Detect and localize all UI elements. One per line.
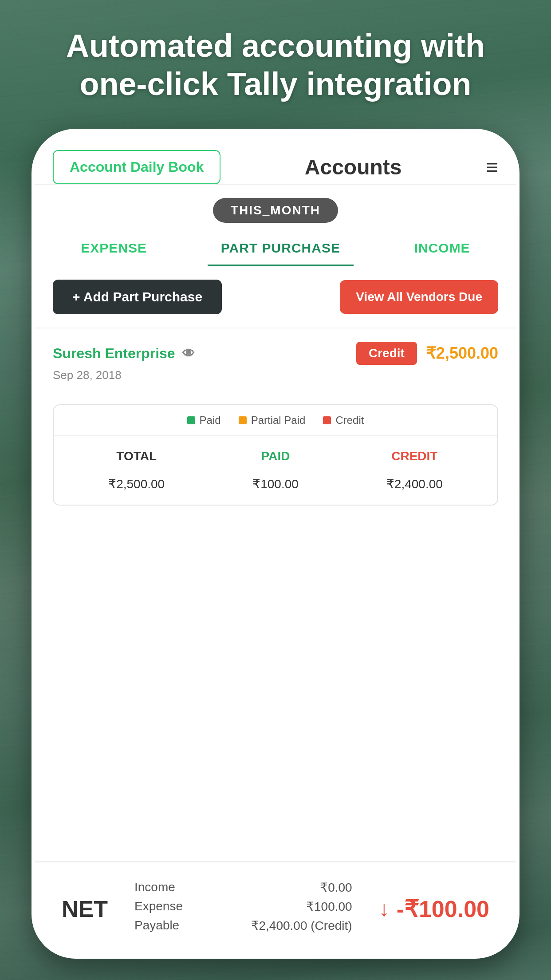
- val-col-credit: ₹2,400.00: [345, 477, 484, 491]
- app-content: Account Daily Book Accounts ≡ THIS_MONTH…: [35, 132, 516, 955]
- tab-income[interactable]: INCOME: [401, 232, 484, 266]
- total-value: ₹2,500.00: [108, 477, 165, 491]
- summary-headers: TOTAL PAID CREDIT: [54, 436, 497, 472]
- transaction-amount: ₹2,500.00: [426, 344, 498, 363]
- payable-val: ₹2,400.00 (Credit): [251, 918, 352, 933]
- credit-dot: [323, 416, 331, 424]
- transaction-date: Sep 28, 2018: [53, 368, 498, 382]
- down-arrow-icon: ↓: [379, 897, 390, 921]
- paid-dot: [187, 416, 195, 424]
- col-paid: PAID: [206, 449, 345, 463]
- payable-key: Payable: [134, 918, 179, 933]
- legend-partial: Partial Paid: [239, 414, 306, 427]
- val-col-paid: ₹100.00: [206, 477, 345, 491]
- transaction-right: Credit ₹2,500.00: [356, 342, 498, 365]
- partial-dot: [239, 416, 247, 424]
- tab-part-purchase[interactable]: PART PURCHASE: [208, 232, 354, 266]
- net-section: NET Income ₹0.00 Expense ₹100.00 Payable…: [35, 861, 516, 955]
- legend-paid-label: Paid: [200, 414, 221, 427]
- col-total: TOTAL: [67, 449, 206, 463]
- credit-badge[interactable]: Credit: [356, 342, 417, 365]
- expense-key: Expense: [134, 899, 183, 914]
- transaction-header: Suresh Enterprise 👁 Credit ₹2,500.00: [53, 342, 498, 365]
- total-header: TOTAL: [116, 449, 157, 463]
- tab-expense[interactable]: EXPENSE: [67, 232, 160, 266]
- tabs-bar: EXPENSE PART PURCHASE INCOME: [35, 223, 516, 266]
- month-section: THIS_MONTH: [35, 185, 516, 223]
- val-col-total: ₹2,500.00: [67, 477, 206, 491]
- paid-header: PAID: [261, 449, 290, 463]
- add-part-purchase-button[interactable]: + Add Part Purchase: [53, 280, 222, 314]
- app-header: Account Daily Book Accounts ≡: [35, 132, 516, 185]
- income-val: ₹0.00: [320, 880, 352, 895]
- hero-header: Automated accounting with one-click Tall…: [0, 27, 551, 103]
- vendor-name: Suresh Enterprise 👁: [53, 345, 195, 362]
- net-amount-display: ↓ -₹100.00: [379, 896, 489, 922]
- expense-val: ₹100.00: [306, 899, 352, 914]
- transaction-item: Suresh Enterprise 👁 Credit ₹2,500.00 Sep…: [35, 328, 516, 395]
- col-credit: CREDIT: [345, 449, 484, 463]
- hero-tagline: Automated accounting with one-click Tall…: [0, 27, 551, 103]
- net-row-payable: Payable ₹2,400.00 (Credit): [134, 918, 352, 933]
- paid-value: ₹100.00: [252, 477, 299, 491]
- summary-values: ₹2,500.00 ₹100.00 ₹2,400.00: [54, 472, 497, 505]
- page-title: Accounts: [305, 155, 402, 179]
- credit-value: ₹2,400.00: [386, 477, 443, 491]
- net-details: Income ₹0.00 Expense ₹100.00 Payable ₹2,…: [134, 880, 352, 937]
- net-row-income: Income ₹0.00: [134, 880, 352, 895]
- filter-icon[interactable]: ≡: [486, 155, 498, 179]
- legend-paid: Paid: [187, 414, 221, 427]
- phone-frame: Account Daily Book Accounts ≡ THIS_MONTH…: [31, 129, 520, 959]
- eye-icon[interactable]: 👁: [182, 346, 195, 361]
- income-key: Income: [134, 880, 175, 895]
- net-amount: -₹100.00: [397, 896, 489, 922]
- net-label: NET: [62, 896, 108, 922]
- actions-bar: + Add Part Purchase View All Vendors Due: [35, 266, 516, 328]
- legend-credit: Credit: [323, 414, 364, 427]
- summary-table: Paid Partial Paid Credit TOTAL: [53, 404, 498, 506]
- account-daily-book-button[interactable]: Account Daily Book: [53, 150, 220, 184]
- net-row-expense: Expense ₹100.00: [134, 899, 352, 914]
- legend-row: Paid Partial Paid Credit: [54, 405, 497, 436]
- legend-credit-label: Credit: [335, 414, 364, 427]
- credit-header: CREDIT: [391, 449, 437, 463]
- view-vendors-button[interactable]: View All Vendors Due: [340, 280, 498, 314]
- legend-partial-label: Partial Paid: [251, 414, 306, 427]
- month-badge[interactable]: THIS_MONTH: [213, 198, 338, 223]
